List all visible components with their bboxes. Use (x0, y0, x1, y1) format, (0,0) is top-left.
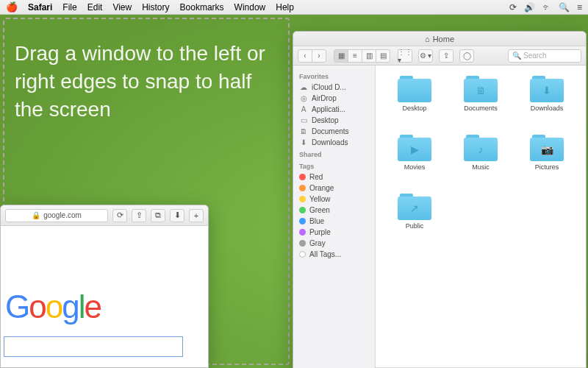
reload-button[interactable]: ⟳ (112, 209, 127, 222)
sidebar-heading-shared: Shared (293, 148, 375, 160)
nav-back-button[interactable]: ‹ (298, 49, 312, 63)
folder-documents[interactable]: 🗎Documents (448, 76, 514, 130)
view-icons-button[interactable]: ▦ (334, 49, 348, 63)
folder-label: Documents (464, 105, 498, 112)
tabs-button[interactable]: ⧉ (151, 209, 165, 222)
folder-icon: ⬇ (530, 76, 564, 102)
menu-edit[interactable]: Edit (87, 2, 103, 13)
sidebar-tag-green[interactable]: Green (293, 205, 375, 216)
status-wifi-icon[interactable]: ᯤ (542, 2, 551, 13)
sidebar-item-label: All Tags... (309, 250, 341, 258)
sidebar-item-label: Desktop (312, 116, 339, 124)
apps-icon: A (299, 105, 308, 113)
new-tab-button[interactable]: + (189, 209, 204, 222)
menu-help[interactable]: Help (276, 2, 294, 13)
folder-icon: 📷 (530, 135, 564, 161)
lock-icon: 🔒 (32, 211, 40, 219)
view-columns-button[interactable]: ▥ (362, 49, 376, 63)
safari-toolbar: 🔒 google.com ⟳ ⇪ ⧉ ⬇ + (1, 205, 208, 226)
sidebar-item-airdrop[interactable]: ◎AirDrop (293, 93, 375, 104)
finder-titlebar[interactable]: ⌂ Home (293, 32, 586, 46)
folder-icon: ↗ (398, 194, 431, 220)
tags-button[interactable]: ◯ (459, 49, 474, 63)
desktop: Drag a window to the left or right edges… (0, 15, 588, 368)
sidebar-item-label: iCloud D... (312, 83, 346, 91)
menu-file[interactable]: File (62, 2, 76, 13)
menu-view[interactable]: View (112, 2, 132, 13)
google-search-input[interactable] (4, 336, 183, 357)
sidebar-item-label: Purple (309, 228, 331, 236)
folder-label: Desktop (402, 105, 426, 112)
menu-history[interactable]: History (142, 2, 169, 13)
finder-sidebar: Favorites ☁︎iCloud D... ◎AirDrop AApplic… (293, 66, 376, 368)
sidebar-item-documents[interactable]: 🗎Documents (293, 126, 375, 137)
sidebar-item-label: Red (309, 173, 323, 181)
safari-window[interactable]: 🔒 google.com ⟳ ⇪ ⧉ ⬇ + Google (0, 205, 209, 368)
folder-label: Music (472, 163, 490, 171)
folder-label: Downloads (531, 105, 564, 112)
cloud-icon: ☁︎ (299, 83, 308, 91)
sidebar-tag-orange[interactable]: Orange (293, 183, 375, 194)
folder-icon: ▶ (398, 135, 431, 161)
airdrop-icon: ◎ (299, 94, 308, 102)
tag-dot-icon (299, 174, 306, 180)
status-spotlight-icon[interactable]: 🔍 (559, 2, 570, 13)
sidebar-all-tags[interactable]: All Tags... (293, 249, 375, 260)
tag-dot-icon (299, 207, 306, 213)
sidebar-item-label: Downloads (312, 138, 348, 146)
share-button-finder[interactable]: ⇪ (439, 49, 453, 63)
folder-music[interactable]: ♪Music (448, 135, 514, 189)
search-icon: 🔍 (512, 52, 521, 60)
sidebar-heading-tags: Tags (293, 160, 375, 171)
share-button[interactable]: ⇪ (132, 209, 146, 222)
arrange-button[interactable]: ⋮⋮ ▾ (398, 49, 412, 63)
status-sync-icon[interactable]: ⟳ (509, 2, 517, 13)
sidebar-item-applications[interactable]: AApplicati... (293, 104, 375, 115)
tag-dot-icon (299, 185, 306, 191)
home-icon: ⌂ (425, 35, 430, 43)
finder-title: Home (433, 35, 454, 43)
sidebar-tag-blue[interactable]: Blue (293, 216, 375, 227)
instruction-text: Drag a window to the left or right edges… (15, 40, 279, 123)
menu-bookmarks[interactable]: Bookmarks (180, 2, 224, 13)
sidebar-item-label: Documents (312, 127, 349, 135)
folder-downloads[interactable]: ⬇Downloads (514, 76, 580, 130)
nav-forward-button[interactable]: › (312, 49, 326, 63)
finder-icon-view[interactable]: Desktop 🗎Documents ⬇Downloads ▶Movies ♪M… (376, 66, 586, 367)
url-text: google.com (43, 211, 82, 219)
view-gallery-button[interactable]: ▤ (376, 49, 390, 63)
finder-toolbar: ‹ › ▦ ≡ ▥ ▤ ⋮⋮ ▾ ⚙ ▾ ⇪ ◯ 🔍 Search (293, 46, 586, 66)
folder-desktop[interactable]: Desktop (381, 76, 448, 130)
sidebar-heading-favorites: Favorites (293, 70, 375, 82)
desktop-icon: ▭ (299, 116, 308, 124)
app-name[interactable]: Safari (28, 2, 52, 13)
view-list-button[interactable]: ≡ (348, 49, 362, 63)
folder-icon: ♪ (464, 135, 498, 161)
menu-window[interactable]: Window (234, 2, 266, 13)
finder-window[interactable]: ⌂ Home ‹ › ▦ ≡ ▥ ▤ ⋮⋮ ▾ ⚙ ▾ ⇪ ◯ 🔍 Sea (293, 31, 587, 368)
sidebar-item-label: Blue (309, 217, 324, 225)
sidebar-item-label: Green (309, 206, 330, 214)
folder-public[interactable]: ↗Public (381, 194, 448, 248)
folder-movies[interactable]: ▶Movies (381, 135, 448, 189)
sidebar-item-label: Applicati... (312, 105, 345, 113)
status-volume-icon[interactable]: 🔊 (524, 2, 535, 13)
action-button[interactable]: ⚙ ▾ (418, 49, 433, 63)
finder-content: Desktop 🗎Documents ⬇Downloads ▶Movies ♪M… (376, 66, 586, 368)
sidebar-item-downloads[interactable]: ⬇Downloads (293, 137, 375, 148)
sidebar-tag-red[interactable]: Red (293, 171, 375, 183)
downloads-icon: ⬇ (299, 138, 308, 146)
sidebar-tag-yellow[interactable]: Yellow (293, 194, 375, 205)
folder-icon (398, 76, 431, 102)
folder-pictures[interactable]: 📷Pictures (514, 135, 580, 189)
sidebar-tag-purple[interactable]: Purple (293, 227, 375, 238)
status-notifications-icon[interactable]: ≡ (577, 2, 582, 13)
downloads-button[interactable]: ⬇ (170, 209, 184, 222)
finder-search-input[interactable]: 🔍 Search (508, 49, 581, 63)
sidebar-tag-gray[interactable]: Gray (293, 238, 375, 249)
safari-page: Google (1, 226, 208, 367)
apple-menu-icon[interactable]: 🍎 (6, 1, 18, 13)
sidebar-item-desktop[interactable]: ▭Desktop (293, 115, 375, 126)
address-bar[interactable]: 🔒 google.com (5, 209, 108, 222)
sidebar-item-icloud[interactable]: ☁︎iCloud D... (293, 82, 375, 93)
